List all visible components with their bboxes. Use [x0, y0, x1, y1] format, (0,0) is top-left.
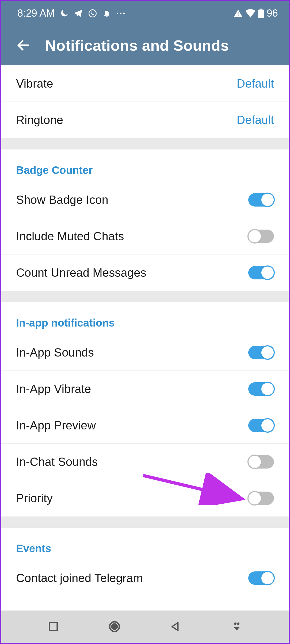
wifi-icon — [245, 9, 255, 18]
recents-button[interactable] — [45, 619, 61, 635]
svg-point-0 — [89, 10, 96, 17]
contact-joined-label: Contact joined Telegram — [16, 571, 143, 585]
row-show-badge-icon[interactable]: Show Badge Icon — [1, 182, 289, 218]
row-inapp-preview[interactable]: In-App Preview — [1, 407, 289, 444]
row-inapp-vibrate[interactable]: In-App Vibrate — [1, 371, 289, 407]
section-events: Events Contact joined Telegram — [1, 528, 289, 611]
svg-point-9 — [234, 623, 236, 625]
system-nav-bar — [1, 611, 289, 643]
svg-point-3 — [123, 13, 125, 14]
row-ringtone[interactable]: Ringtone Default — [1, 102, 289, 138]
row-count-unread[interactable]: Count Unread Messages — [1, 254, 289, 291]
svg-point-2 — [120, 13, 121, 14]
battery-level: 96 — [267, 8, 278, 19]
row-inchat-sounds[interactable]: In-Chat Sounds — [1, 444, 289, 480]
priority-toggle[interactable] — [248, 492, 274, 505]
vibrate-label: Vibrate — [16, 77, 53, 90]
inchat-sounds-toggle[interactable] — [248, 455, 274, 469]
inapp-preview-label: In-App Preview — [16, 419, 96, 432]
show-badge-label: Show Badge Icon — [16, 193, 108, 207]
telegram-icon — [73, 9, 83, 18]
svg-point-10 — [237, 623, 239, 625]
whatsapp-icon — [88, 9, 97, 18]
vibrate-value: Default — [237, 77, 274, 90]
dnd-icon — [59, 9, 68, 18]
status-time: 8:29 AM — [17, 8, 55, 19]
row-vibrate[interactable]: Vibrate Default — [1, 65, 289, 102]
svg-rect-6 — [49, 623, 57, 631]
include-muted-label: Include Muted Chats — [16, 230, 124, 243]
more-icon — [116, 12, 125, 15]
section-badge-counter: Badge Counter Show Badge Icon Include Mu… — [1, 149, 289, 291]
include-muted-toggle[interactable] — [248, 230, 274, 243]
events-header: Events — [1, 528, 289, 560]
inapp-preview-toggle[interactable] — [248, 419, 274, 432]
section-inapp: In-app notifications In-App Sounds In-Ap… — [1, 302, 289, 516]
page-title: Notifications and Sounds — [45, 37, 229, 54]
inapp-vibrate-label: In-App Vibrate — [16, 382, 91, 396]
ringtone-label: Ringtone — [16, 113, 63, 127]
inchat-sounds-label: In-Chat Sounds — [16, 455, 98, 469]
status-bar: 8:29 AM — [1, 1, 289, 25]
section-sounds: Vibrate Default Ringtone Default — [1, 65, 289, 138]
back-nav-button[interactable] — [167, 619, 184, 635]
ringtone-value: Default — [237, 113, 274, 127]
settings-content[interactable]: Vibrate Default Ringtone Default Badge C… — [1, 65, 289, 611]
svg-point-8 — [112, 624, 117, 629]
priority-label: Priority — [16, 492, 53, 505]
back-button[interactable] — [15, 37, 32, 54]
notification-icon — [102, 9, 111, 18]
contact-joined-toggle[interactable] — [248, 571, 274, 585]
count-unread-label: Count Unread Messages — [16, 266, 146, 279]
row-inapp-sounds[interactable]: In-App Sounds — [1, 334, 289, 371]
row-priority[interactable]: Priority — [1, 480, 289, 516]
keyboard-hide-button[interactable] — [229, 619, 245, 635]
warning-icon — [234, 9, 243, 18]
home-button[interactable] — [106, 619, 123, 635]
show-badge-toggle[interactable] — [248, 193, 274, 207]
inapp-vibrate-toggle[interactable] — [248, 382, 274, 396]
svg-rect-4 — [258, 9, 264, 18]
row-partial-cut[interactable] — [1, 596, 289, 611]
battery-icon — [258, 9, 264, 18]
inapp-header: In-app notifications — [1, 302, 289, 334]
row-include-muted[interactable]: Include Muted Chats — [1, 218, 289, 254]
inapp-sounds-label: In-App Sounds — [16, 346, 94, 359]
inapp-sounds-toggle[interactable] — [248, 346, 274, 359]
count-unread-toggle[interactable] — [248, 266, 274, 279]
row-contact-joined[interactable]: Contact joined Telegram — [1, 560, 289, 596]
badge-counter-header: Badge Counter — [1, 149, 289, 182]
app-bar: Notifications and Sounds — [1, 25, 289, 66]
svg-point-1 — [117, 13, 118, 14]
svg-rect-5 — [260, 9, 262, 10]
